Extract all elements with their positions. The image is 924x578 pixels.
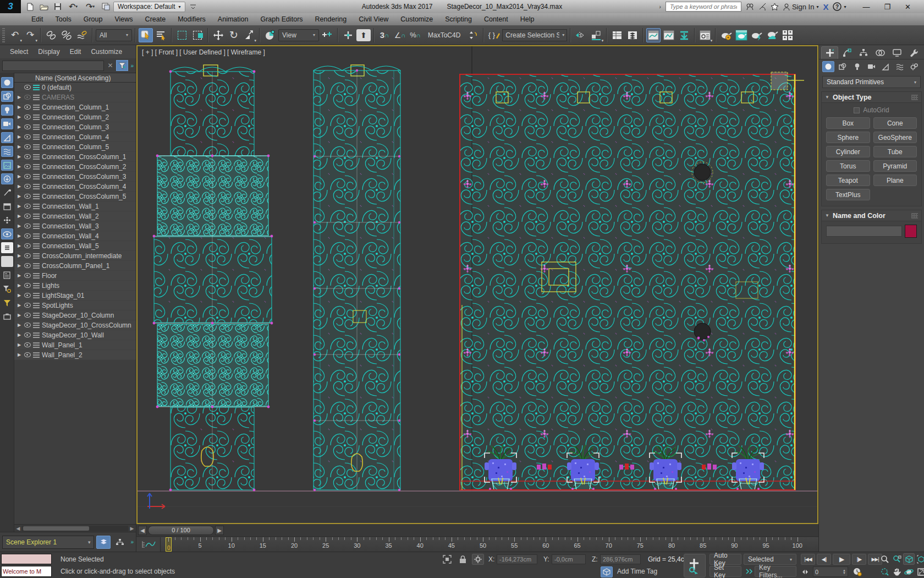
close-button[interactable]: ✕ [905,3,911,11]
redo-button[interactable]: ↷▾ [82,1,98,12]
undo-button[interactable]: ↶▾ [65,1,81,12]
subtab-shapes[interactable] [837,61,849,72]
key-step-arrows-icon[interactable] [801,566,810,577]
visibility-eye-icon[interactable] [24,114,31,119]
display-shapes-toggle[interactable] [1,91,13,102]
expand-arrow-icon[interactable]: ▶ [16,184,22,189]
workspace-expand-icon[interactable] [187,1,199,12]
name-column-header[interactable]: Name (Sorted Ascending) [14,73,136,83]
a360-gallery-button[interactable] [780,28,795,42]
scroll-left-icon[interactable]: ◀ [14,526,22,531]
time-configuration-button[interactable] [851,566,864,577]
angle-snap-toggle[interactable]: ∠∩ [393,28,407,42]
render-production-settings-icon[interactable] [719,28,733,42]
visibility-eye-icon[interactable] [24,184,31,189]
subtab-geometry[interactable] [822,61,834,72]
autogrid-checkbox[interactable] [854,107,860,113]
expand-arrow-icon[interactable]: ▶ [16,293,22,298]
spinner-snap-toggle[interactable] [466,28,480,42]
percent-snap-toggle[interactable]: %∩ [408,28,422,42]
maxtoc4d-plugin-label[interactable]: MaxToC4D [424,31,465,39]
scene-explorer-menu-item[interactable]: Customize [86,48,127,56]
window-crossing-toggle[interactable] [190,28,205,42]
schematic-view-button[interactable] [662,28,676,42]
visibility-eye-icon[interactable] [24,293,31,298]
primitive-button[interactable]: Cylinder [826,146,870,157]
display-geometry-toggle[interactable] [1,77,13,88]
pan-hand-icon[interactable] [891,566,903,577]
display-lights-toggle[interactable] [1,105,13,116]
explorer-name-dropdown[interactable]: Scene Explorer 1▾ [2,536,94,549]
primitive-button[interactable]: TextPlus [826,189,870,200]
expand-arrow-icon[interactable]: ▶ [16,303,22,308]
expand-arrow-icon[interactable]: ▶ [16,223,22,228]
named-selection-set-input[interactable] [503,31,562,39]
display-xrefs-toggle[interactable] [1,201,13,212]
menu-item[interactable]: Customize [394,13,439,25]
visibility-eye-icon[interactable] [24,164,31,169]
zoom-region-icon[interactable] [879,566,890,577]
select-and-manipulate-button[interactable] [320,28,334,42]
expand-arrow-icon[interactable]: ▶ [16,233,22,238]
select-and-rotate-button[interactable]: ↻ [227,28,241,42]
display-groups-toggle[interactable] [1,215,13,226]
scene-object-row[interactable]: ▶ Connection_Column_2 [14,112,136,122]
expand-arrow-icon[interactable]: ▶ [16,144,22,149]
primitive-button[interactable]: Cone [873,117,917,129]
key-filters-button[interactable]: Key Filters... [755,566,796,577]
expand-arrow-icon[interactable]: ▶ [16,332,22,337]
play-button[interactable]: ▶ [833,554,850,565]
zoom-extents-icon[interactable] [903,553,915,565]
visibility-eye-icon[interactable] [24,204,31,209]
visibility-eye-icon[interactable] [24,223,31,228]
open-file-button[interactable] [38,1,50,12]
reference-coordinate-dropdown[interactable]: View▾ [278,29,319,41]
menu-item[interactable]: Scripting [439,13,478,25]
visibility-eye-icon[interactable] [24,332,31,337]
viewport-front[interactable]: [ + ] [ Front ] [ User Defined ] [ Wiref… [136,45,818,524]
keyword-search[interactable] [666,2,741,12]
favorites-star-icon[interactable] [771,3,779,10]
timeline-ruler[interactable]: 0 51015202530354045505560657075808590951… [161,537,818,552]
maxscript-mini-listener-white[interactable]: Welcome to M [1,566,52,577]
tab-utilities[interactable] [906,46,922,59]
visibility-eye-icon[interactable] [24,283,31,288]
mirror-button[interactable] [574,28,588,42]
menu-item[interactable]: Graph Editors [254,13,309,25]
render-download-button[interactable] [677,28,691,42]
object-name-field[interactable] [826,226,902,237]
render-setup-button[interactable]: ▾ [698,28,712,42]
named-selection-set-combobox[interactable]: ▾ [502,29,567,41]
scroll-right-icon[interactable]: ▶ [128,526,136,531]
scene-object-row[interactable]: ▶ Wall_Panel_2 [14,350,136,360]
next-frame-arrow[interactable]: ▶ [215,526,224,535]
name-color-rollout-header[interactable]: ▼ Name and Color [822,210,921,221]
display-helpers-toggle[interactable] [1,132,13,143]
snaps-toggle-3d[interactable]: 3∩ [377,28,392,42]
expand-arrow-icon[interactable]: ▶ [16,243,22,248]
selection-set-key-dropdown[interactable]: Selected▾ [744,554,796,565]
scene-object-row[interactable]: ▶ Connection_Wall_2 [14,211,136,221]
visibility-eye-icon[interactable] [24,313,31,318]
render-in-cloud-button[interactable] [765,28,779,42]
rollout-collapse-icon[interactable]: ▼ [825,213,829,218]
rectangular-selection-region-button[interactable] [175,28,189,42]
rollout-grip-icon[interactable] [911,95,918,100]
zoom-icon[interactable] [879,553,890,565]
scene-object-row[interactable]: ▶ Connection_Wall_3 [14,221,136,231]
save-button[interactable] [52,1,64,12]
visibility-eye-icon[interactable] [24,233,31,238]
help-icon[interactable]: ?▾ [833,2,846,11]
set-key-button[interactable]: Set Key [710,566,741,577]
scene-layers-button[interactable] [625,28,640,42]
new-file-button[interactable] [24,1,36,12]
menu-item[interactable]: Tools [50,13,78,25]
scene-object-row[interactable]: ▶ CrossColumn_Panel_1 [14,261,136,271]
scene-explorer-menu-item[interactable]: Edit [65,48,86,56]
hscroll-thumb[interactable] [23,526,89,531]
previous-frame-arrow[interactable]: ◀ [138,526,147,535]
advanced-filter-button[interactable] [1,283,13,295]
absolute-offset-mode-toggle[interactable] [472,554,484,565]
visibility-eye-icon[interactable] [24,105,31,110]
previous-frame-button[interactable]: ◀|| [817,554,831,565]
